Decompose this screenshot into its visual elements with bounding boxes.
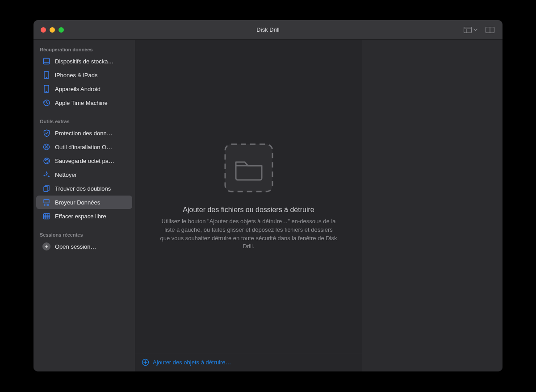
folder-dashed-icon	[222, 142, 275, 194]
svg-rect-17	[44, 199, 49, 203]
svg-point-8	[46, 77, 47, 78]
sidebar-item-label: Protection des donn…	[55, 130, 128, 137]
content: Récupération données Dispositifs de stoc…	[34, 40, 502, 371]
sidebar-item-label: Dispositifs de stocka…	[55, 58, 128, 65]
sidebar-item-label: Appareils Android	[55, 86, 128, 92]
view-mode-dropdown[interactable]	[464, 27, 477, 33]
sidebar: Récupération données Dispositifs de stoc…	[34, 40, 135, 371]
grid-icon	[464, 27, 472, 33]
zoom-button[interactable]	[59, 27, 64, 33]
sidebar-item-data-protection[interactable]: Protection des donn…	[36, 126, 132, 140]
right-pane	[362, 40, 502, 371]
sidebar-item-label: Apple Time Machine	[55, 100, 128, 106]
drive-icon	[42, 57, 50, 65]
duplicates-icon	[42, 184, 50, 192]
chevron-down-icon	[473, 29, 477, 31]
drop-subtext: Utilisez le bouton "Ajouter des objets à…	[159, 217, 338, 251]
main-area: Ajouter des fichiers ou dossiers à détru…	[135, 40, 502, 371]
sidebar-item-os-installer[interactable]: Outil d'installation O…	[36, 140, 132, 154]
plus-icon: +	[42, 242, 50, 250]
add-items-label: Ajouter des objets à détruire…	[153, 359, 231, 366]
sidebar-item-iphones-ipads[interactable]: iPhones & iPads	[36, 68, 132, 82]
sidebar-section-sessions: Sessions récentes	[34, 229, 135, 239]
sidebar-section-tools: Outils extras	[34, 116, 135, 126]
sidebar-item-data-shredder[interactable]: Broyeur Données	[36, 196, 132, 209]
drop-heading: Ajouter des fichiers ou dossiers à détru…	[183, 206, 314, 214]
drop-area[interactable]: Ajouter des fichiers ou dossiers à détru…	[135, 40, 362, 353]
sidebar-item-label: Nettoyer	[55, 171, 128, 178]
android-icon	[42, 85, 50, 93]
iphone-icon	[42, 71, 50, 79]
toolbar-right	[464, 27, 502, 33]
sidebar-item-label: Outil d'installation O…	[55, 144, 128, 150]
sidebar-item-label: Open session…	[55, 243, 128, 250]
titlebar: Disk Drill	[34, 20, 502, 40]
sidebar-item-cleanup[interactable]: Nettoyer	[36, 168, 132, 181]
svg-rect-28	[225, 144, 272, 192]
sidebar-item-find-duplicates[interactable]: Trouver des doublons	[36, 182, 132, 195]
sidebar-item-erase-free-space[interactable]: Effacer espace libre	[36, 209, 132, 223]
clean-icon	[42, 171, 50, 179]
sidebar-item-byte-backup[interactable]: Sauvegarde octet pa…	[36, 154, 132, 167]
sidebar-section-recovery: Récupération données	[34, 44, 135, 54]
traffic-lights	[34, 27, 64, 33]
backup-icon	[42, 157, 50, 165]
svg-rect-5	[44, 58, 50, 64]
book-icon	[486, 27, 494, 33]
minimize-button[interactable]	[50, 27, 55, 33]
sidebar-item-label: iPhones & iPads	[55, 72, 128, 79]
window-title: Disk Drill	[34, 26, 502, 33]
shredder-icon	[42, 198, 50, 206]
add-items-button[interactable]: Ajouter des objets à détruire…	[135, 353, 362, 371]
svg-rect-16	[44, 187, 48, 192]
plus-circle-icon	[142, 359, 149, 366]
close-button[interactable]	[41, 27, 46, 33]
sidebar-item-label: Broyeur Données	[55, 199, 128, 206]
svg-rect-0	[464, 27, 472, 33]
sidebar-item-label: Effacer espace libre	[55, 213, 128, 220]
sidebar-item-label: Sauvegarde octet pa…	[55, 158, 128, 164]
svg-point-15	[44, 158, 50, 164]
sidebar-item-label: Trouver des doublons	[55, 185, 128, 192]
sidebar-item-time-machine[interactable]: Apple Time Machine	[36, 96, 132, 109]
reader-button[interactable]	[486, 27, 494, 33]
timemachine-icon	[42, 99, 50, 107]
center-pane: Ajouter des fichiers ou dossiers à détru…	[135, 40, 362, 371]
sidebar-item-android[interactable]: Appareils Android	[36, 82, 132, 96]
sidebar-item-storage-devices[interactable]: Dispositifs de stocka…	[36, 54, 132, 68]
shield-icon	[42, 129, 50, 137]
installer-icon	[42, 143, 50, 151]
sidebar-item-open-session[interactable]: + Open session…	[36, 240, 132, 253]
app-window: Disk Drill Récu	[34, 20, 502, 371]
erase-icon	[42, 212, 50, 220]
